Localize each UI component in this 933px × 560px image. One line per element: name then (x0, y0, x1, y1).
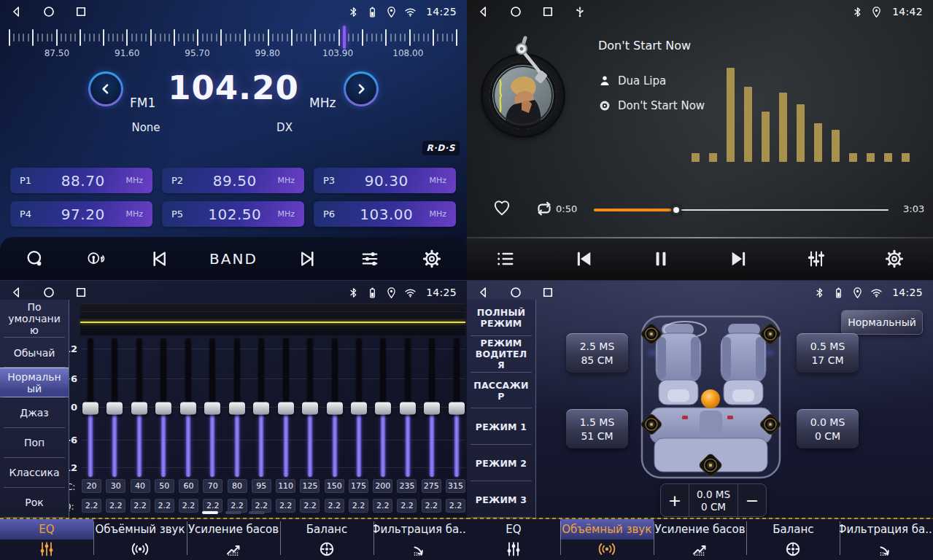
home-icon[interactable] (509, 5, 522, 18)
tab-surround-sound[interactable]: Объёмный звук (93, 519, 187, 560)
tuner-pointer[interactable] (343, 26, 346, 49)
eq-band-slider[interactable] (131, 338, 148, 478)
q-value-chip[interactable]: 2.2 (155, 499, 174, 513)
tab-bass-filter[interactable]: Фильтрация ба... (840, 519, 933, 560)
eq-band-slider[interactable] (155, 338, 172, 478)
q-value-chip[interactable]: 2.2 (300, 499, 320, 513)
settings-gear-button[interactable] (884, 249, 905, 269)
slider-thumb[interactable] (375, 402, 391, 414)
q-value-chip[interactable]: 2.2 (276, 499, 295, 513)
listening-mode-item[interactable]: ПАССАЖИР (467, 373, 535, 409)
eq-band-slider[interactable] (448, 338, 465, 478)
eq-band-slider[interactable] (252, 338, 270, 478)
eq-band-slider[interactable] (204, 338, 221, 478)
listening-mode-item[interactable]: РЕЖИМ ВОДИТЕЛЯ (467, 336, 535, 373)
mixer-button[interactable] (806, 249, 826, 269)
preset-button-p5[interactable]: P5102.50MHz (162, 201, 304, 227)
fc-value-chip[interactable]: 175 (349, 479, 368, 493)
fc-value-chip[interactable]: 110 (276, 479, 295, 493)
eq-preset-item[interactable]: Джаз (0, 397, 69, 427)
home-icon[interactable] (509, 286, 522, 299)
fc-value-chip[interactable]: 20 (82, 479, 101, 493)
q-value-chip[interactable]: 2.2 (82, 499, 101, 513)
slider-thumb[interactable] (302, 402, 318, 414)
q-value-chip[interactable]: 2.2 (325, 499, 344, 513)
preset-button-p1[interactable]: P188.70MHz (10, 168, 152, 193)
surround-preset-button[interactable]: Нормальный (841, 310, 923, 335)
fc-value-chip[interactable]: 40 (131, 479, 150, 493)
eq-band-slider[interactable] (301, 338, 319, 478)
seek-previous-button[interactable] (148, 249, 169, 269)
settings-gear-button[interactable] (422, 249, 442, 269)
increase-delay-button[interactable]: + (661, 484, 689, 516)
seek-bar[interactable] (594, 205, 889, 215)
back-icon[interactable] (10, 5, 23, 18)
fc-value-chip[interactable]: 235 (397, 479, 417, 493)
listening-mode-item[interactable]: ПОЛНЫЙ РЕЖИМ (467, 300, 535, 336)
delay-front-right[interactable]: 0.5 MS17 CM (797, 333, 859, 373)
fc-value-chip[interactable]: 60 (179, 479, 198, 493)
slider-thumb[interactable] (155, 402, 171, 414)
q-value-chip[interactable]: 2.2 (422, 499, 441, 513)
slider-thumb[interactable] (253, 402, 269, 414)
tab-balance-target[interactable]: Баланс (280, 519, 373, 560)
fc-value-chip[interactable]: 315 (446, 479, 465, 493)
q-value-chip[interactable]: 2.2 (446, 499, 465, 513)
slider-thumb[interactable] (327, 402, 343, 414)
back-icon[interactable] (477, 286, 490, 299)
seek-handle[interactable] (671, 205, 681, 215)
eq-band-slider[interactable] (277, 338, 295, 478)
slider-thumb[interactable] (82, 402, 98, 414)
listening-mode-item[interactable]: РЕЖИМ 2 (467, 445, 535, 481)
slider-thumb[interactable] (449, 402, 465, 414)
eq-band-slider[interactable] (374, 338, 392, 478)
q-value-chip[interactable]: 2.2 (349, 499, 368, 513)
q-value-chip[interactable]: 2.2 (131, 499, 150, 513)
fc-value-chip[interactable]: 70 (203, 479, 222, 493)
q-value-chip[interactable]: 2.2 (106, 499, 125, 513)
eq-band-slider[interactable] (423, 338, 441, 478)
slider-thumb[interactable] (204, 402, 220, 414)
delay-rear-right[interactable]: 0.0 MS0 CM (797, 409, 859, 448)
fc-value-chip[interactable]: 50 (155, 479, 174, 493)
scan-button[interactable] (25, 249, 45, 269)
fc-value-chip[interactable]: 80 (228, 479, 247, 493)
tab-eq-sliders[interactable]: EQ (0, 519, 93, 560)
eq-preset-item[interactable]: Нормальный (0, 368, 69, 397)
q-value-chip[interactable]: 2.2 (179, 499, 198, 513)
eq-preset-item[interactable]: Классика (0, 458, 69, 488)
playlist-button[interactable] (495, 249, 516, 269)
slider-thumb[interactable] (278, 402, 294, 414)
eq-band-slider[interactable] (350, 338, 368, 478)
q-value-chip[interactable]: 2.2 (397, 499, 417, 513)
tab-surround-sound[interactable]: Объёмный звук (560, 519, 654, 560)
tab-balance-target[interactable]: Баланс (746, 519, 840, 560)
slider-thumb[interactable] (351, 402, 367, 414)
slider-thumb[interactable] (424, 402, 440, 414)
eq-band-slider[interactable] (82, 338, 99, 478)
fc-value-chip[interactable]: 150 (325, 479, 344, 493)
slider-thumb[interactable] (180, 402, 196, 414)
preset-button-p3[interactable]: P390.30MHz (314, 168, 456, 193)
fc-value-chip[interactable]: 275 (422, 479, 441, 493)
tab-bass-filter[interactable]: Фильтрация ба... (373, 519, 467, 560)
eq-preset-item[interactable]: Обычай (0, 338, 69, 368)
fc-value-chip[interactable]: 30 (106, 479, 125, 493)
tune-down-button[interactable] (88, 71, 123, 106)
repeat-button[interactable] (534, 199, 554, 218)
band-button[interactable]: BAND (209, 250, 258, 268)
eq-preset-item[interactable]: Рок (0, 488, 69, 518)
eq-band-slider[interactable] (179, 338, 197, 478)
preset-button-p2[interactable]: P289.50MHz (162, 168, 304, 193)
tab-bass-boost[interactable]: Усиление басов (187, 519, 280, 560)
next-track-button[interactable] (729, 249, 749, 269)
eq-preset-item[interactable]: Поп (0, 428, 69, 458)
broadcast-button[interactable] (86, 249, 107, 269)
tab-eq-sliders[interactable]: EQ (467, 519, 560, 560)
listening-mode-item[interactable]: РЕЖИМ 1 (467, 408, 535, 445)
delay-rear-left[interactable]: 1.5 MS51 CM (566, 409, 628, 448)
fc-value-chip[interactable]: 95 (252, 479, 271, 493)
eq-band-slider[interactable] (106, 338, 123, 478)
eq-settings-button[interactable] (360, 249, 380, 269)
favorite-button[interactable] (492, 198, 512, 217)
